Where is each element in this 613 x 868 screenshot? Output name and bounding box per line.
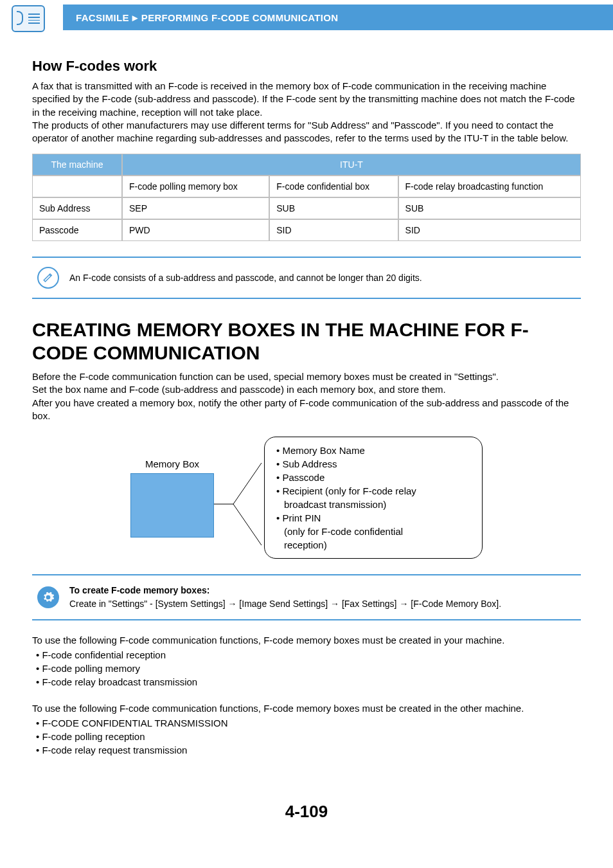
intro-paragraph-2: The products of other manufacturers may …: [32, 119, 581, 145]
section-icon-wrap: [0, 3, 63, 32]
table-head-machine: The machine: [32, 154, 122, 176]
pencil-note-icon: [37, 267, 59, 289]
memory-box-attribute-item: Memory Box Name: [276, 444, 470, 457]
main-paragraph-3: After you have created a memory box, not…: [32, 397, 581, 423]
table-cell: PWD: [122, 219, 269, 241]
intro-paragraphs: A fax that is transmitted with an F-code…: [32, 80, 581, 145]
table-row: Passcode PWD SID SID: [32, 219, 581, 241]
top-bar: FACSIMILE ► PERFORMING F-CODE COMMUNICAT…: [0, 0, 613, 35]
table-row: Sub Address SEP SUB SUB: [32, 197, 581, 219]
table-cell: SUB: [269, 197, 398, 219]
functions-other-list: F-CODE CONFIDENTIAL TRANSMISSIONF-code p…: [32, 716, 581, 757]
memory-box-attribute-item: Passcode: [276, 471, 470, 484]
function-item: F-code relay request transmission: [36, 743, 581, 757]
table-col-header: F-code polling memory box: [122, 176, 269, 197]
table-head-itu: ITU-T: [122, 154, 581, 176]
heading-creating-memory-boxes: CREATING MEMORY BOXES IN THE MACHINE FOR…: [32, 318, 581, 364]
subheading-how-fcodes-work: How F-codes work: [32, 58, 581, 75]
memory-box-column: Memory Box: [130, 458, 214, 538]
breadcrumb: FACSIMILE ► PERFORMING F-CODE COMMUNICAT…: [63, 5, 613, 30]
breadcrumb-separator: ►: [130, 12, 140, 23]
functions-your-list: F-code confidential receptionF-code poll…: [32, 648, 581, 689]
table-cell: SID: [269, 219, 398, 241]
svg-line-1: [233, 463, 262, 504]
settings-callout: To create F-code memory boxes: Create in…: [32, 574, 581, 620]
table-cell: SEP: [122, 197, 269, 219]
memory-box-attribute-item: reception): [276, 538, 470, 552]
functions-other-lead: To use the following F-code communicatio…: [32, 701, 581, 715]
facsimile-icon: [12, 5, 45, 32]
settings-note-title: To create F-code memory boxes:: [69, 584, 501, 597]
memory-box-attribute-item: Recipient (only for F-code relay: [276, 484, 470, 498]
memory-box-diagram: Memory Box Memory Box NameSub AddressPas…: [32, 437, 581, 559]
table-row-label: Passcode: [32, 219, 122, 241]
page-number: 4-109: [32, 802, 581, 822]
table-cell: SID: [398, 219, 581, 241]
table-col-header: F-code relay broadcasting function: [398, 176, 581, 197]
document-lines-icon: [28, 14, 40, 24]
memory-box-attributes-bubble: Memory Box NameSub AddressPasscodeRecipi…: [264, 437, 483, 559]
memory-box-attribute-item: Print PIN: [276, 511, 470, 525]
memory-box-attribute-item: broadcast transmission): [276, 498, 470, 511]
main-paragraphs: Before the F-code communication function…: [32, 370, 581, 422]
memory-box-attribute-item: (only for F-code confidential: [276, 525, 470, 538]
phone-icon: [17, 11, 26, 26]
function-item: F-code polling memory: [36, 662, 581, 675]
settings-note-text: To create F-code memory boxes: Create in…: [69, 584, 501, 610]
table-col-header: F-code confidential box: [269, 176, 398, 197]
memory-box-graphic: [130, 473, 214, 538]
gear-icon: [37, 586, 59, 608]
table-cell: SUB: [398, 197, 581, 219]
breadcrumb-page: PERFORMING F-CODE COMMUNICATION: [141, 12, 339, 23]
svg-line-2: [233, 504, 262, 545]
function-item: F-CODE CONFIDENTIAL TRANSMISSION: [36, 716, 581, 730]
function-item: F-code confidential reception: [36, 648, 581, 662]
table-row: F-code polling memory box F-code confide…: [32, 176, 581, 197]
main-paragraph-2: Set the box name and F-code (sub-address…: [32, 383, 581, 396]
breadcrumb-section: FACSIMILE: [76, 12, 129, 23]
intro-paragraph-1: A fax that is transmitted with an F-code…: [32, 80, 581, 119]
main-paragraph-1: Before the F-code communication function…: [32, 370, 581, 383]
table-cell-empty: [32, 176, 122, 197]
table-row-label: Sub Address: [32, 197, 122, 219]
memory-box-attribute-item: Sub Address: [276, 457, 470, 471]
memory-box-attribute-list: Memory Box NameSub AddressPasscodeRecipi…: [276, 444, 470, 552]
function-item: F-code polling reception: [36, 730, 581, 743]
page-content: How F-codes work A fax that is transmitt…: [0, 35, 613, 847]
memory-box-label: Memory Box: [145, 458, 199, 469]
diagram-connector: [214, 459, 264, 536]
note-text: An F-code consists of a sub-address and …: [69, 272, 422, 284]
functions-your-machine: To use the following F-code communicatio…: [32, 633, 581, 689]
note-callout: An F-code consists of a sub-address and …: [32, 257, 581, 299]
functions-your-lead: To use the following F-code communicatio…: [32, 633, 581, 647]
itu-terms-table: The machine ITU-T F-code polling memory …: [32, 154, 581, 241]
functions-other-machine: To use the following F-code communicatio…: [32, 701, 581, 757]
function-item: F-code relay broadcast transmission: [36, 675, 581, 689]
settings-note-body: Create in "Settings" - [System Settings]…: [69, 599, 501, 609]
